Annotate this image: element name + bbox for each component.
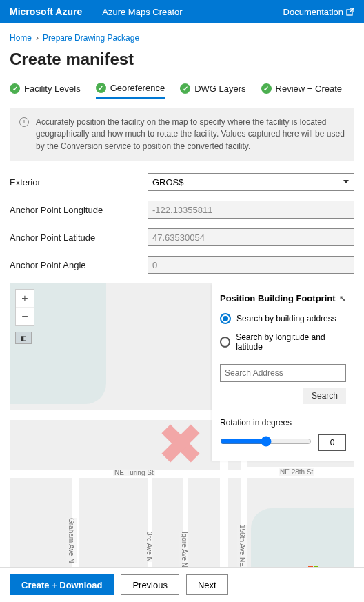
angle-input	[148, 256, 354, 274]
breadcrumb-current[interactable]: Prepare Drawing Package	[43, 33, 139, 43]
exterior-select[interactable]: GROS$	[148, 173, 354, 191]
radio-label: Search by longitude and latitude	[236, 332, 346, 352]
layers-icon: ◧	[21, 334, 27, 341]
position-panel-title: Position Building Footprint	[220, 293, 336, 303]
zoom-in-button[interactable]: +	[16, 290, 34, 308]
breadcrumb: Home › Prepare Drawing Package	[10, 33, 354, 43]
rotation-label: Rotation in degrees	[220, 418, 346, 428]
product-label: Azure Maps Creator	[102, 7, 182, 17]
radio-search-lonlat[interactable]: Search by longitude and latitude	[220, 332, 346, 352]
collapse-icon[interactable]: ⤡	[339, 294, 346, 303]
page-title: Create manifest	[10, 50, 354, 69]
zoom-out-button[interactable]: −	[16, 308, 34, 325]
longitude-label: Anchor Point Longitude	[10, 205, 148, 215]
longitude-input	[148, 201, 354, 219]
brand-divider	[92, 6, 92, 17]
external-link-icon	[346, 8, 354, 16]
layer-toggle-button[interactable]: ◧	[15, 332, 32, 344]
latitude-label: Anchor Point Latitude	[10, 232, 148, 243]
latitude-input	[148, 228, 354, 246]
radio-icon	[220, 313, 231, 324]
top-bar: Microsoft Azure Azure Maps Creator Docum…	[0, 0, 364, 23]
rotation-slider[interactable]	[220, 436, 312, 447]
street-label: Igore Ave N	[179, 532, 190, 568]
step-dwg-layers[interactable]: ✓ DWG Layers	[180, 83, 245, 99]
street-label: NE Turing St	[113, 469, 155, 476]
check-icon: ✓	[261, 83, 272, 94]
check-icon: ✓	[180, 83, 190, 94]
step-review-create[interactable]: ✓ Review + Create	[261, 83, 342, 99]
wizard-steps: ✓ Facility Levels ✓ Georeference ✓ DWG L…	[10, 83, 354, 99]
street-label: NE 28th St	[279, 468, 314, 476]
breadcrumb-sep: ›	[36, 33, 39, 43]
street-label: 156th Ave NE	[237, 525, 247, 567]
radio-label: Search by building address	[236, 314, 336, 323]
documentation-label: Documentation	[283, 7, 343, 17]
search-button[interactable]: Search	[303, 388, 346, 404]
street-label: Graham Ave N	[66, 518, 77, 563]
step-label: Georeference	[110, 83, 165, 93]
map-container[interactable]: NE Turing St NE 28th St 156th Ave NE Gra…	[10, 283, 354, 584]
previous-button[interactable]: Previous	[121, 574, 179, 595]
check-icon: ✓	[10, 83, 20, 94]
wizard-footer: Create + Download Previous Next	[0, 567, 364, 602]
exterior-label: Exterior	[10, 177, 148, 188]
step-facility-levels[interactable]: ✓ Facility Levels	[10, 83, 81, 99]
step-georeference[interactable]: ✓ Georeference	[96, 83, 165, 99]
documentation-link[interactable]: Documentation	[283, 7, 354, 17]
street-label: 3rd Ave N	[144, 532, 154, 562]
create-download-button[interactable]: Create + Download	[10, 574, 114, 595]
zoom-control: + −	[15, 289, 34, 326]
angle-label: Anchor Point Angle	[10, 260, 148, 270]
brand-label: Microsoft Azure	[10, 6, 82, 17]
check-icon: ✓	[96, 83, 106, 93]
info-icon: i	[19, 117, 29, 127]
step-label: DWG Layers	[194, 83, 245, 94]
radio-icon	[220, 337, 230, 348]
info-box: i Accurately position the facility on th…	[10, 108, 354, 161]
position-panel: Position Building Footprint ⤡ Search by …	[212, 283, 354, 461]
step-label: Facility Levels	[24, 83, 81, 94]
search-address-input[interactable]	[220, 364, 346, 382]
rotation-value-input[interactable]	[318, 434, 346, 451]
next-button[interactable]: Next	[186, 574, 228, 595]
step-label: Review + Create	[276, 83, 342, 94]
info-text: Accurately position the facility on the …	[36, 117, 345, 152]
radio-search-address[interactable]: Search by building address	[220, 313, 346, 324]
map-road	[10, 410, 220, 420]
breadcrumb-home[interactable]: Home	[10, 33, 32, 43]
building-footprint-marker[interactable]	[163, 425, 199, 461]
